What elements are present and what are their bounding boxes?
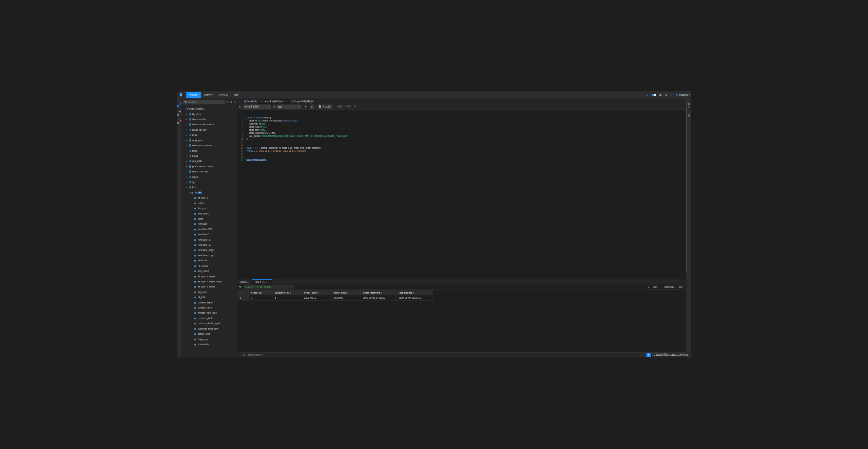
lang-icon[interactable]: ▣ (659, 93, 662, 96)
topnav-2[interactable]: 任务中心 (216, 92, 231, 98)
tree-node[interactable]: ▦dept_emp (182, 337, 237, 342)
rail-fields[interactable]: 🔍 历史查询 (177, 109, 181, 115)
columns-button[interactable]: ⊞列 (677, 285, 685, 289)
collapse-arrow-icon[interactable]: » (239, 354, 241, 356)
topnav-0[interactable]: 数据操作 (186, 92, 201, 98)
tree-node[interactable]: ▦customer_table (182, 316, 237, 321)
tree-node[interactable]: ▦bit_table (182, 295, 237, 300)
col-header[interactable]: order_time⇅ (331, 290, 361, 295)
database-select[interactable]: test (276, 105, 301, 109)
tree-node[interactable]: ▦NewTable2102 (182, 227, 237, 232)
tree-node[interactable]: ▦NewTable (182, 221, 237, 226)
code-editor[interactable]: 1234567891011121314151617 CREATE TABLE o… (237, 110, 686, 279)
tree-node[interactable]: ▦NewTable_copy1 (182, 247, 237, 252)
rail-codeblock[interactable]: 代码块 (688, 112, 690, 114)
tree-node[interactable]: ▦all_type_1_copy2_copy1 (182, 279, 237, 284)
tree-node[interactable]: ▸🗄performance_schema (182, 164, 237, 169)
tree-node[interactable]: ▾🗄test (182, 185, 237, 190)
refresh-icon[interactable]: ⟳ (226, 100, 229, 104)
moon-icon[interactable]: ☾ (646, 93, 649, 96)
play-icon[interactable]: ▶ (648, 286, 650, 288)
tree-node[interactable]: ▦default_table (182, 331, 237, 336)
pin-icon[interactable]: ⊶ (265, 281, 267, 283)
tree-node[interactable]: ▸🗄bigtables (182, 112, 237, 117)
tree-node[interactable]: ▦PERSON (182, 258, 237, 263)
tree-node[interactable]: ▸🗄sys (182, 180, 237, 185)
tree-node[interactable]: ▦NewTable_1 (182, 237, 237, 242)
col-header[interactable]: customer_id⇅ (273, 290, 302, 295)
rail-field-tips[interactable]: 字段提示 (688, 100, 690, 102)
tree-node[interactable]: ▸🗄classicmodels (182, 117, 237, 122)
col-header[interactable]: order_date⇅ (302, 290, 331, 295)
tree-node[interactable]: ▦customer_table_copy1 (182, 321, 237, 326)
close-icon[interactable]: × (286, 100, 288, 102)
tree-node[interactable]: ▦customer_table_time (182, 326, 237, 331)
autocommit-select[interactable]: 💾 自动提交 (317, 105, 334, 109)
filter-input[interactable] (244, 285, 294, 289)
tree-node[interactable]: ▸🗄config_db_dev (182, 127, 237, 132)
tree-node[interactable]: ▦chinese_new_table (182, 310, 237, 315)
gear-icon[interactable]: ⚙ (353, 105, 357, 109)
editor-tab-1[interactable]: mysql本地测试@test× (259, 99, 290, 104)
col-header[interactable]: order_id⇅ (249, 290, 273, 295)
topnav-1[interactable]: 运维管理 (201, 92, 216, 98)
tree-node[interactable]: ▦doubletable (182, 342, 237, 347)
tree-node[interactable]: ▦all_type_1 (182, 195, 237, 200)
user-menu[interactable]: 👤 maicong ▾ (676, 94, 690, 96)
new-tab-button[interactable]: + (237, 100, 242, 102)
tree-node[interactable]: ▸🗄mysql (182, 153, 237, 158)
tree-node[interactable]: ▦PERSON1 (182, 263, 237, 268)
tree-node[interactable]: ▸🗄ods_kettle (182, 158, 237, 164)
editor-tab-2[interactable]: 2-mysql本地测试@t... (290, 99, 317, 104)
col-header[interactable]: order_datetime⇅ (361, 290, 397, 295)
tree-node[interactable]: ▦users (182, 216, 237, 221)
editor-tab-0[interactable]: ▦NewTable (242, 99, 259, 104)
collapse-icon[interactable]: ⊟ (233, 100, 236, 104)
tree-node[interactable]: ▦add_test22 (182, 268, 237, 274)
tree-node[interactable]: ▦all_type_1_copy3 (182, 284, 237, 289)
tree-node[interactable]: ▦all_type_1_copy2 (182, 274, 237, 279)
tree-node[interactable]: ▸🗄quartz_tibot_test (182, 169, 237, 174)
tree-node[interactable]: ▦NewTable_22 (182, 242, 237, 247)
save-to-table-button[interactable]: ±保存到表 (662, 285, 675, 289)
close-icon[interactable]: × (268, 281, 269, 283)
rail-datasource[interactable]: 🗄 数据源 (177, 100, 181, 106)
topnav-3[interactable]: 审计 (231, 92, 241, 98)
tree-node[interactable]: ▸🗄classicmodels_restore (182, 122, 237, 127)
tree-node[interactable]: ▸🗄demo (182, 132, 237, 137)
tree-node[interactable]: ▦time_users (182, 211, 237, 216)
result-tab-0[interactable]: 输出日志 (237, 279, 252, 284)
tree-node[interactable]: ▦time_csv (182, 206, 237, 211)
help-icon[interactable]: ? (670, 93, 673, 96)
rollback-button[interactable]: ↺ 回滚 (344, 105, 351, 108)
tree-node[interactable]: ▦orders (182, 201, 237, 206)
run-button[interactable]: ▶ (304, 105, 308, 109)
tree-node[interactable]: ▸🗄employees (182, 138, 237, 143)
tree-node[interactable]: ▦boolean_table (182, 305, 237, 310)
table-row[interactable]: 1112023-06-0114:30:002023-06-01 14:30:00… (238, 295, 433, 300)
stop-button[interactable]: ■ (310, 105, 314, 109)
tree-node[interactable]: ▾▦表87 (182, 190, 237, 195)
datasource-select[interactable]: mysql本地测试 (243, 105, 271, 109)
prev-page-button[interactable]: ‹ (640, 353, 644, 357)
col-header[interactable]: last_update⇅ (397, 290, 433, 295)
theme-toggle[interactable] (652, 94, 656, 96)
tree-node[interactable]: ▦NewTable_copy2 (182, 253, 237, 258)
tree-node[interactable]: ▦api_base (182, 289, 237, 295)
rail-reload[interactable]: ⟳ (688, 105, 690, 109)
code-area[interactable]: CREATE TABLE orders ( order_id INT AUTO_… (245, 110, 687, 279)
page-1-button[interactable]: 1 (646, 353, 651, 357)
rail-saved[interactable]: 🔖 保存的查询 (177, 117, 181, 123)
search-input[interactable]: 🔍 (183, 100, 225, 104)
export-button[interactable]: ±导出 (651, 285, 660, 289)
result-tab-1[interactable]: 结果 1 (1)⊶× (252, 279, 272, 284)
commit-button[interactable]: ✓ 提交 (336, 105, 343, 108)
tree-node[interactable]: ▦NewTable7 (182, 232, 237, 237)
tree-node[interactable]: ▦boolean_export (182, 300, 237, 305)
tree-node[interactable]: ▸🗄information_schema (182, 143, 237, 148)
tree-node[interactable]: ▾🗄mysql本地测试 (182, 106, 237, 111)
settings-icon[interactable]: ⚙ (664, 93, 668, 96)
tree-node[interactable]: ▸🗄sqlynx (182, 174, 237, 180)
copy-icon[interactable]: ⿻ (229, 100, 232, 104)
tree-node[interactable]: ▸🗄kettle (182, 148, 237, 153)
